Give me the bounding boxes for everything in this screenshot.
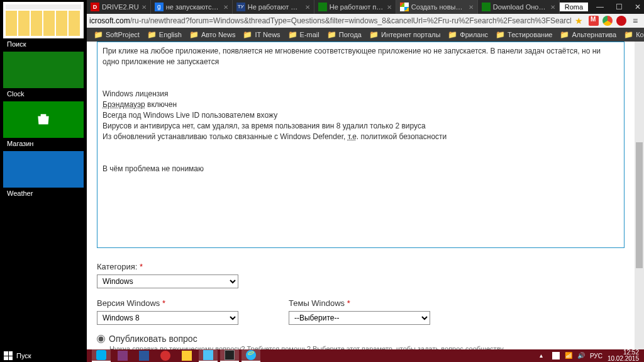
tile-search[interactable]: Поиск (3, 2, 84, 50)
folder-icon: 📁 (560, 30, 569, 39)
bookmark-folder[interactable]: 📁Авто News (186, 30, 239, 39)
tile-store[interactable]: Магазин (3, 101, 84, 149)
opera-icon[interactable] (616, 16, 626, 26)
tab-label: Создать новый вопр (411, 3, 466, 11)
taskbar-app-onenote[interactable] (113, 350, 132, 361)
bookmark-folder[interactable]: 📁Интернет порталы (366, 30, 443, 39)
tab-favicon: D (91, 3, 99, 11)
bookmark-folder[interactable]: 📁Погода (324, 30, 365, 39)
taskbar-app-ie[interactable] (242, 349, 260, 362)
folder-icon: 📁 (448, 30, 457, 39)
taskbar-apps (87, 349, 260, 362)
tray-network-icon[interactable]: 📶 (565, 352, 572, 359)
winver-select[interactable]: Windows 8 (97, 311, 238, 325)
tab-close-icon[interactable]: ✕ (387, 4, 392, 11)
folder-icon: 📁 (624, 30, 633, 39)
tile-weather[interactable]: Weather (3, 151, 84, 199)
tab-favicon (400, 3, 409, 11)
tray-clock[interactable]: 12:5210.02.2015 (608, 349, 639, 362)
wintheme-label: Темы Windows * (289, 298, 350, 308)
bookmark-folder[interactable]: 📁IT News (240, 30, 283, 39)
chrome-icon[interactable] (602, 16, 613, 26)
tray-volume-icon[interactable]: 🔊 (577, 352, 585, 359)
bookmark-folder[interactable]: 📁SoftProject (91, 30, 143, 39)
bookmark-folder[interactable]: 📁English (144, 30, 185, 39)
tab-favicon: g (155, 3, 164, 11)
menu-icon[interactable]: ≡ (630, 16, 640, 26)
tab-label: DRIVE2.RU (102, 3, 139, 11)
bookmark-folder[interactable]: 📁Контекст (621, 30, 644, 39)
tab-favicon: ТУ (236, 3, 245, 11)
tab-close-icon[interactable]: ✕ (550, 4, 555, 11)
user-badge[interactable]: Roma (560, 3, 588, 11)
publish-radio[interactable] (97, 335, 105, 343)
folder-icon: 📁 (189, 30, 199, 39)
browser-tab[interactable]: gне запускаются при✕ (151, 0, 233, 14)
bookmark-folder[interactable]: 📁Фриланс (445, 30, 491, 39)
taskbar-app-word[interactable] (135, 350, 153, 361)
folder-icon: 📁 (496, 30, 505, 39)
browser-tab[interactable]: DDRIVE2.RU✕ (87, 0, 151, 14)
browser-tab[interactable]: ТУНе работают Metro-✕ (233, 0, 314, 14)
address-bar[interactable]: icrosoft.com/ru-ru/newthread?forum=Windo… (87, 14, 644, 28)
taskbar-app-skype[interactable] (92, 349, 111, 362)
publish-option[interactable]: Опубликовать вопрос (97, 334, 625, 344)
winver-label: Версия Windows * (97, 298, 165, 308)
tab-close-icon[interactable]: ✕ (223, 4, 228, 11)
bookmark-folder[interactable]: 📁Альтернатива (557, 30, 619, 39)
folder-icon: 📁 (243, 30, 252, 39)
tab-close-icon[interactable]: ✕ (142, 4, 147, 11)
tray-lang[interactable]: РУС (590, 353, 602, 359)
bookmarks-bar: 📁SoftProject📁English📁Авто News📁IT News📁E… (87, 28, 644, 42)
start-tiles-panel: Поиск Clock Магазин Weather (0, 0, 87, 349)
bookmark-star-icon[interactable]: ★ (575, 16, 585, 26)
category-label: Категория: * (97, 262, 143, 271)
browser-tab[interactable]: Не работают прило✕ (314, 0, 396, 14)
tray-up-icon[interactable]: ▴ (540, 352, 547, 359)
tab-label: Не работают прило (330, 3, 384, 11)
taskbar-app-ccleaner[interactable] (156, 350, 175, 361)
taskbar-app-cmd[interactable] (220, 349, 239, 362)
start-button[interactable]: Пуск (0, 349, 87, 362)
tab-label: не запускаются при (166, 3, 221, 11)
category-select[interactable]: Windows (97, 274, 238, 288)
folder-icon: 📁 (94, 30, 103, 39)
tray-action-icon[interactable] (552, 352, 560, 359)
window-titlebar: DDRIVE2.RU✕gне запускаются при✕ТУНе рабо… (0, 0, 644, 14)
bookmark-folder[interactable]: 📁Тестирование (492, 30, 555, 39)
windows-logo-icon (4, 351, 13, 360)
scrollbar-thumb[interactable] (636, 142, 643, 268)
taskbar: Пуск ▴ 📶 🔊 РУС 12:5210.02.2015 (0, 349, 644, 362)
gmail-icon[interactable] (589, 16, 599, 26)
publish-label: Опубликовать вопрос (109, 334, 197, 344)
folder-icon: 📁 (288, 30, 297, 39)
folder-icon: 📁 (327, 30, 336, 39)
tab-close-icon[interactable]: ✕ (469, 4, 474, 11)
folder-icon: 📁 (369, 30, 379, 39)
taskbar-app-taskmgr[interactable] (199, 349, 218, 362)
system-tray: ▴ 📶 🔊 РУС 12:5210.02.2015 (540, 349, 644, 362)
publish-hint: Нужна справка по техническому вопросу? Т… (109, 345, 625, 349)
browser-tab[interactable]: Создать новый вопр✕ (396, 0, 478, 14)
taskbar-app-explorer[interactable] (177, 350, 196, 361)
tile-clock[interactable]: Clock (3, 52, 84, 99)
maximize-button[interactable]: ☐ (612, 3, 626, 11)
minimize-button[interactable]: — (593, 3, 607, 11)
folder-icon: 📁 (147, 30, 157, 39)
close-button[interactable]: ✕ (631, 3, 644, 11)
bookmark-folder[interactable]: 📁E-mail (285, 30, 323, 39)
tab-label: Download Оновленн (493, 3, 548, 11)
tab-favicon (318, 3, 327, 11)
tab-label: Не работают Metro- (248, 3, 303, 11)
vertical-scrollbar[interactable] (635, 42, 644, 349)
wintheme-select[interactable]: --Выберите-- (289, 311, 430, 325)
url-display: icrosoft.com/ru-ru/newthread?forum=Windo… (87, 16, 571, 25)
page-content: При клике на любое приложение, появляетс… (87, 42, 635, 349)
tab-favicon (482, 3, 491, 11)
browser-tabs: DDRIVE2.RU✕gне запускаются при✕ТУНе рабо… (87, 0, 560, 14)
question-body-textarea[interactable]: При клике на любое приложение, появляетс… (97, 42, 625, 248)
tab-close-icon[interactable]: ✕ (305, 4, 310, 11)
browser-tab[interactable]: Download Оновленн✕ (478, 0, 560, 14)
